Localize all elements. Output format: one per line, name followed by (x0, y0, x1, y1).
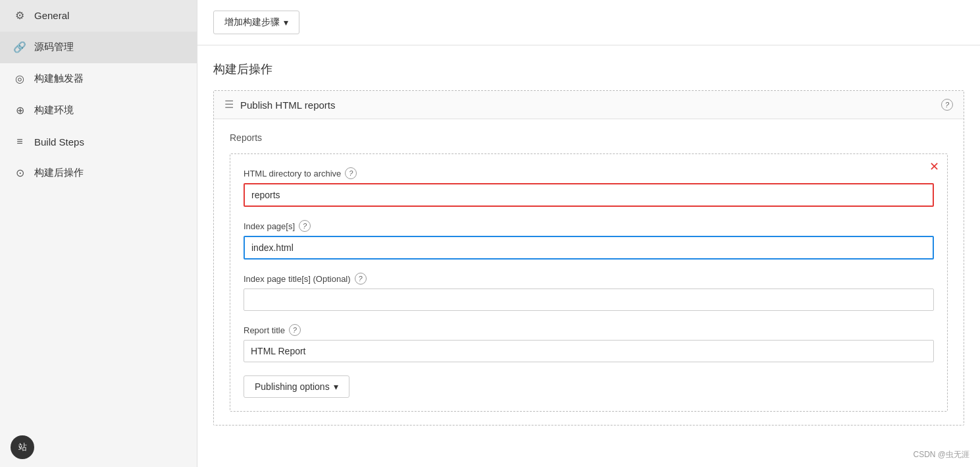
archive-label: HTML directory to archive ? (244, 167, 934, 179)
index-title-input[interactable] (244, 288, 934, 311)
report-title-help-icon[interactable]: ? (289, 324, 301, 336)
plugin-card: ☰ Publish HTML reports ? Reports ✕ HTML … (213, 90, 964, 426)
archive-field-group: HTML directory to archive ? (244, 167, 934, 207)
index-pages-input[interactable] (244, 236, 934, 260)
source-icon: 🔗 (13, 41, 26, 53)
index-pages-label: Index page[s] ? (244, 220, 934, 232)
main-content: 增加构建步骤 ▾ 构建后操作 ☰ Publish HTML reports ? … (197, 0, 980, 467)
add-build-step-button[interactable]: 增加构建步骤 ▾ (213, 11, 299, 34)
sidebar-item-post-build[interactable]: ⊙ 构建后操作 (0, 157, 197, 189)
sidebar-item-build-steps[interactable]: ≡ Build Steps (0, 126, 197, 157)
archive-input[interactable] (244, 183, 934, 207)
postbuild-icon: ⊙ (13, 167, 26, 179)
index-pages-help-icon[interactable]: ? (299, 220, 311, 232)
sidebar-item-general[interactable]: ⚙ General (0, 0, 197, 32)
station-button[interactable]: 站 (11, 435, 34, 459)
sidebar-item-build-env[interactable]: ⊕ 构建环境 (0, 95, 197, 126)
sidebar: ⚙ General 🔗 源码管理 ◎ 构建触发器 ⊕ 构建环境 ≡ Build … (0, 0, 197, 467)
sidebar-item-source-management[interactable]: 🔗 源码管理 (0, 32, 197, 63)
reports-section: ✕ HTML directory to archive ? Index page… (230, 153, 948, 412)
general-icon: ⚙ (13, 9, 26, 22)
section-title: 构建后操作 (213, 61, 964, 77)
chevron-down-icon: ▾ (334, 381, 338, 392)
report-title-field-group: Report title ? (244, 324, 934, 362)
index-title-label: Index page title[s] (Optional) ? (244, 273, 934, 285)
watermark: CSDN @虫无涯 (913, 449, 969, 460)
plugin-help-icon[interactable]: ? (941, 99, 953, 111)
drag-handle-icon[interactable]: ☰ (224, 99, 234, 110)
plugin-title: Publish HTML reports (240, 99, 935, 111)
index-title-field-group: Index page title[s] (Optional) ? (244, 273, 934, 311)
post-build-section: 构建后操作 ☰ Publish HTML reports ? Reports ✕… (197, 45, 980, 426)
chevron-down-icon: ▾ (284, 17, 288, 28)
publishing-options-button[interactable]: Publishing options ▾ (244, 375, 349, 398)
steps-icon: ≡ (13, 136, 26, 148)
index-title-help-icon[interactable]: ? (355, 273, 367, 285)
sidebar-item-build-trigger[interactable]: ◎ 构建触发器 (0, 63, 197, 95)
top-bar: 增加构建步骤 ▾ (197, 0, 980, 45)
report-title-input[interactable] (244, 340, 934, 362)
sidebar-bottom: 站 (0, 427, 197, 467)
trigger-icon: ◎ (13, 72, 26, 85)
plugin-body: Reports ✕ HTML directory to archive ? (214, 119, 964, 425)
plugin-header: ☰ Publish HTML reports ? (214, 91, 964, 119)
index-pages-field-group: Index page[s] ? (244, 220, 934, 260)
close-report-button[interactable]: ✕ (929, 161, 939, 173)
archive-help-icon[interactable]: ? (345, 167, 357, 179)
reports-label: Reports (230, 132, 948, 143)
env-icon: ⊕ (13, 104, 26, 117)
report-title-label: Report title ? (244, 324, 934, 336)
